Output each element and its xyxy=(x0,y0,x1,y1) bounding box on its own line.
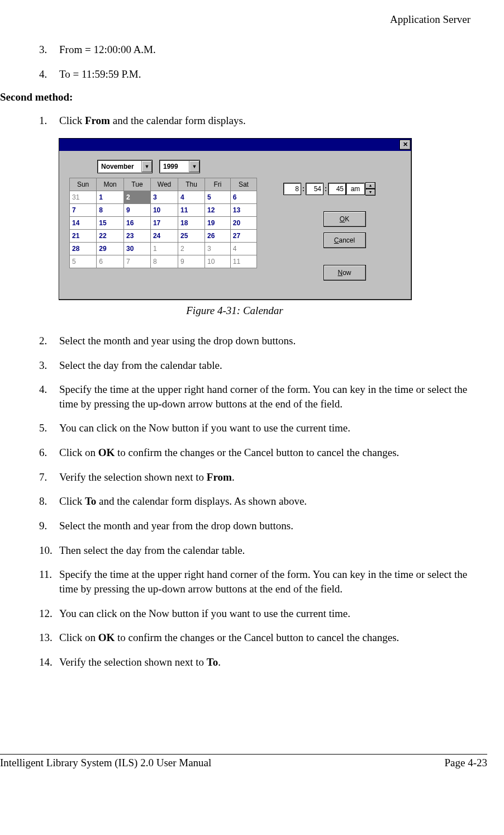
calendar-day[interactable]: 1 xyxy=(97,191,124,203)
calendar-day[interactable]: 1 xyxy=(150,242,178,255)
year-combo[interactable]: 1999 ▼ xyxy=(159,160,200,173)
calendar-day[interactable]: 4 xyxy=(178,191,205,203)
list-text: Select the month and year from the drop … xyxy=(59,519,470,533)
calendar-day[interactable]: 11 xyxy=(230,255,256,268)
calendar-day[interactable]: 7 xyxy=(124,255,151,268)
list-text: Click To and the calendar form displays.… xyxy=(59,494,470,509)
minute-field[interactable]: 54 xyxy=(306,183,324,195)
calendar-day[interactable]: 10 xyxy=(150,203,178,216)
calendar-day[interactable]: 26 xyxy=(205,229,231,242)
calendar-day[interactable]: 2 xyxy=(124,191,151,203)
year-value: 1999 xyxy=(160,163,189,170)
calendar-day[interactable]: 20 xyxy=(230,216,256,229)
text: ow xyxy=(343,269,351,277)
calendar-day[interactable]: 8 xyxy=(150,255,178,268)
list-num: 5. xyxy=(39,421,59,435)
spin-up-icon[interactable]: ▲ xyxy=(365,182,375,189)
list-item: 1. Click From and the calendar form disp… xyxy=(39,113,470,128)
list-item: 11.Specify the time at the upper right h… xyxy=(39,567,470,596)
list-text: Select the month and year using the drop… xyxy=(59,334,470,348)
ampm-field[interactable]: am xyxy=(346,183,365,195)
time-input[interactable]: 8 : 54 : 45 am ▲ ▼ xyxy=(283,182,405,196)
list-text: You can click on the Now button if you w… xyxy=(59,421,470,435)
list-item: 7.Verify the selection shown next to Fro… xyxy=(39,470,470,485)
calendar-day[interactable]: 18 xyxy=(178,216,205,229)
calendar-day[interactable]: 25 xyxy=(178,229,205,242)
list-item: 4.Specify the time at the upper right ha… xyxy=(39,382,470,411)
list-item: 14.Verify the selection shown next to To… xyxy=(39,655,470,670)
calendar-day[interactable]: 28 xyxy=(70,242,97,255)
calendar-day[interactable]: 23 xyxy=(124,229,151,242)
calendar-day[interactable]: 13 xyxy=(230,203,256,216)
list-text: Click From and the calendar form display… xyxy=(59,113,470,128)
calendar-day[interactable]: 3 xyxy=(205,242,231,255)
underline: O xyxy=(340,215,345,223)
figure-caption: Figure 4-31: Calendar xyxy=(59,305,411,317)
calendar-day[interactable]: 7 xyxy=(70,203,97,216)
list-item: 8.Click To and the calendar form display… xyxy=(39,494,470,509)
calendar-day[interactable]: 2 xyxy=(178,242,205,255)
calendar-day[interactable]: 22 xyxy=(97,229,124,242)
underline: N xyxy=(337,269,343,277)
calendar-day[interactable]: 15 xyxy=(97,216,124,229)
weekday-header: Thu xyxy=(178,178,205,191)
weekday-header: Wed xyxy=(150,178,178,191)
colon: : xyxy=(301,185,306,193)
calendar-day[interactable]: 17 xyxy=(150,216,178,229)
weekday-header: Sat xyxy=(230,178,256,191)
calendar-day[interactable]: 6 xyxy=(97,255,124,268)
footer-right: Page 4-23 xyxy=(444,757,487,769)
list-num: 7. xyxy=(39,470,59,485)
list-num: 3. xyxy=(39,358,59,373)
list-text: Specify the time at the upper right hand… xyxy=(59,382,470,411)
list-item: 10.Then select the day from the calendar… xyxy=(39,543,470,558)
page-footer: Intelligent Library System (ILS) 2.0 Use… xyxy=(0,754,487,769)
calendar-day[interactable]: 5 xyxy=(205,191,231,203)
second-field[interactable]: 45 xyxy=(328,183,346,195)
calendar-day[interactable]: 9 xyxy=(178,255,205,268)
list-num: 11. xyxy=(39,567,59,596)
calendar-day[interactable]: 10 xyxy=(205,255,231,268)
calendar-day[interactable]: 30 xyxy=(124,242,151,255)
calendar-day[interactable]: 11 xyxy=(178,203,205,216)
close-button[interactable]: ✕ xyxy=(400,140,411,150)
calendar-day[interactable]: 27 xyxy=(230,229,256,242)
calendar-day[interactable]: 14 xyxy=(70,216,97,229)
calendar-day[interactable]: 6 xyxy=(230,191,256,203)
list-text: To = 11:59:59 P.M. xyxy=(59,67,470,82)
calendar-day[interactable]: 12 xyxy=(205,203,231,216)
weekday-header: Tue xyxy=(124,178,151,191)
calendar-day[interactable]: 8 xyxy=(97,203,124,216)
spin-down-icon[interactable]: ▼ xyxy=(365,189,375,196)
weekday-header: Mon xyxy=(97,178,124,191)
weekday-header: Fri xyxy=(205,178,231,191)
month-combo[interactable]: November ▼ xyxy=(97,160,153,173)
chevron-down-icon[interactable]: ▼ xyxy=(141,161,152,172)
text: and the calendar form displays. xyxy=(110,115,246,126)
calendar-day[interactable]: 29 xyxy=(97,242,124,255)
colon: : xyxy=(324,185,328,193)
list-num: 12. xyxy=(39,606,59,621)
calendar-day[interactable]: 31 xyxy=(70,191,97,203)
list-num: 14. xyxy=(39,655,59,670)
cancel-button[interactable]: Cancel xyxy=(324,233,366,248)
calendar-day[interactable]: 9 xyxy=(124,203,151,216)
calendar-day[interactable]: 4 xyxy=(230,242,256,255)
calendar-day[interactable]: 5 xyxy=(70,255,97,268)
list-item: 9.Select the month and year from the dro… xyxy=(39,519,470,533)
now-button[interactable]: Now xyxy=(324,265,366,281)
calendar-day[interactable]: 24 xyxy=(150,229,178,242)
list-num: 4. xyxy=(39,67,59,82)
page-header: Application Server xyxy=(0,13,487,26)
chevron-down-icon[interactable]: ▼ xyxy=(189,161,199,172)
list-text: Specify the time at the upper right hand… xyxy=(59,567,470,596)
list-num: 10. xyxy=(39,543,59,558)
ok-button[interactable]: OK xyxy=(324,211,366,227)
calendar-day[interactable]: 3 xyxy=(150,191,178,203)
calendar-dialog: ✕ November ▼ 1999 ▼ SunM xyxy=(59,138,412,300)
calendar-day[interactable]: 16 xyxy=(124,216,151,229)
calendar-day[interactable]: 19 xyxy=(205,216,231,229)
hour-field[interactable]: 8 xyxy=(283,183,301,195)
calendar-day[interactable]: 21 xyxy=(70,229,97,242)
list-num: 13. xyxy=(39,630,59,645)
